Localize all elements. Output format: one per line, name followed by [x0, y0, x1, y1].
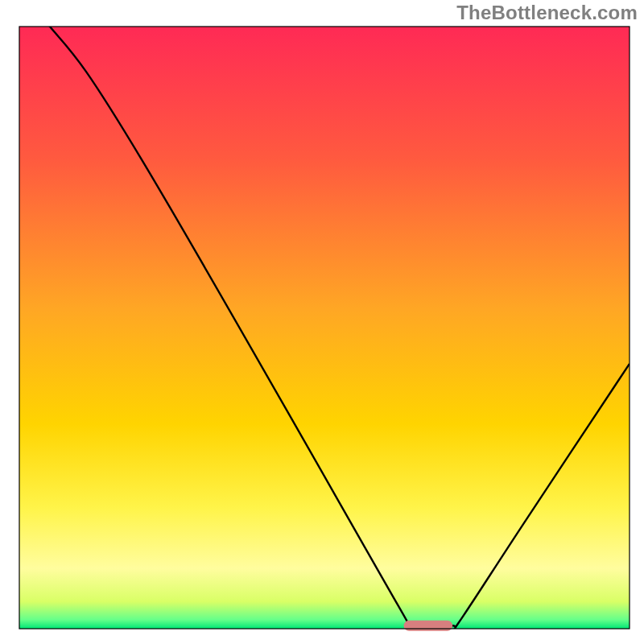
heat-gradient-background	[19, 27, 630, 629]
watermark-label: TheBottleneck.com	[456, 2, 638, 24]
bottleneck-chart	[0, 0, 644, 644]
optimal-range-marker	[404, 621, 453, 631]
chart-stage: TheBottleneck.com	[0, 0, 644, 644]
